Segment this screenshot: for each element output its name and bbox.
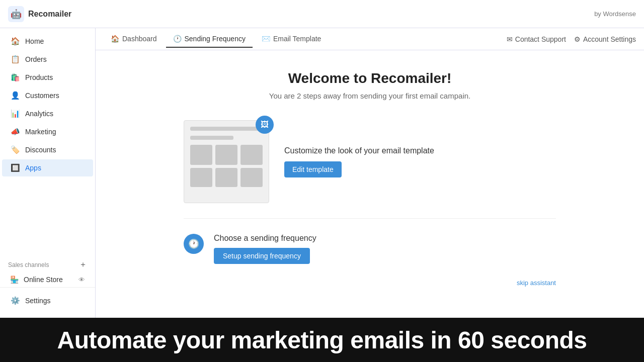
app-area: 🏠 Dashboard 🕐 Sending Frequency ✉️ Email… <box>96 28 644 318</box>
sidebar-item-online-store[interactable]: 🏪 Online Store 👁 <box>2 273 93 287</box>
sidebar: 🏠 Home 📋 Orders 🛍️ Products 👤 Customers … <box>0 28 96 318</box>
sidebar-item-analytics[interactable]: 📊 Analytics <box>2 105 93 122</box>
preview-box-bottom <box>190 168 263 187</box>
step1-description: Customize the look of your email templat… <box>284 146 556 155</box>
step2-description: Choose a sending frequency <box>214 234 316 243</box>
sales-channels-section: Sales channels ＋ <box>0 253 95 272</box>
account-settings-link[interactable]: ⚙ Account Settings <box>574 35 636 43</box>
settings-icon: ⚙️ <box>10 296 20 305</box>
step-frequency: 🕐 Choose a sending frequency Setup sendi… <box>184 234 556 274</box>
layout: 🏠 Home 📋 Orders 🛍️ Products 👤 Customers … <box>0 28 644 318</box>
sidebar-item-label: Apps <box>25 164 41 172</box>
welcome-title: Welcome to Recomailer! <box>288 70 452 86</box>
tab-dashboard-label: Dashboard <box>122 35 157 43</box>
frequency-icon: 🕐 <box>184 234 204 254</box>
settings-label: Settings <box>25 297 51 305</box>
preview-box-1 <box>190 145 212 165</box>
online-store-label: Online Store <box>24 276 63 284</box>
welcome-subtitle: You are 2 steps away from sending your f… <box>269 92 470 100</box>
sidebar-item-home[interactable]: 🏠 Home <box>2 33 93 50</box>
dashboard-tab-icon: 🏠 <box>111 35 119 43</box>
sidebar-item-customers[interactable]: 👤 Customers <box>2 87 93 104</box>
sales-channels-label: Sales channels <box>8 261 49 268</box>
tab-dashboard[interactable]: 🏠 Dashboard <box>104 31 164 48</box>
skip-assistant-link[interactable]: skip assistant <box>517 279 556 287</box>
tab-email-template-label: Email Template <box>273 35 321 43</box>
byline: by Wordsense <box>594 10 636 18</box>
home-icon: 🏠 <box>10 37 20 46</box>
preview-box-3 <box>240 145 263 165</box>
app-name: Recomailer <box>28 10 71 19</box>
preview-box-2 <box>215 145 237 165</box>
top-bar: 🤖 Recomailer by Wordsense <box>0 0 644 28</box>
sidebar-item-label: Customers <box>25 92 59 100</box>
contact-support-label: Contact Support <box>515 35 566 43</box>
contact-support-link[interactable]: ✉ Contact Support <box>507 35 566 43</box>
customers-icon: 👤 <box>10 91 20 100</box>
sidebar-item-orders[interactable]: 📋 Orders <box>2 51 93 68</box>
tab-sending-frequency-label: Sending Frequency <box>185 35 246 43</box>
sidebar-item-marketing[interactable]: 📣 Marketing <box>2 123 93 140</box>
sidebar-item-products[interactable]: 🛍️ Products <box>2 69 93 86</box>
app-nav: 🏠 Dashboard 🕐 Sending Frequency ✉️ Email… <box>96 28 644 50</box>
add-sales-channel-button[interactable]: ＋ <box>79 259 87 270</box>
sidebar-item-label: Home <box>25 37 44 45</box>
step1-info: Customize the look of your email templat… <box>284 146 556 177</box>
setup-sending-frequency-button[interactable]: Setup sending frequency <box>214 248 310 264</box>
sidebar-item-label: Orders <box>25 55 47 63</box>
preview-line-2 <box>190 136 233 140</box>
step-template: 🖼 Customize the look of your email templ… <box>184 120 556 219</box>
banner-text: Automate your marketing emails in 60 sec… <box>57 326 587 354</box>
app-nav-right: ✉ Contact Support ⚙ Account Settings <box>507 35 636 43</box>
preview-box-sm-1 <box>190 168 212 187</box>
bottom-banner: Automate your marketing emails in 60 sec… <box>0 318 644 362</box>
account-settings-label: Account Settings <box>583 35 636 43</box>
main-content: Welcome to Recomailer! You are 2 steps a… <box>96 50 644 318</box>
products-icon: 🛍️ <box>10 73 20 82</box>
tab-sending-frequency[interactable]: 🕐 Sending Frequency <box>166 31 253 48</box>
marketing-icon: 📣 <box>10 127 20 136</box>
preview-box-sm-3 <box>240 168 263 187</box>
sidebar-item-settings[interactable]: ⚙️ Settings <box>2 292 93 309</box>
step2-info: Choose a sending frequency Setup sending… <box>214 234 316 264</box>
app-logo: 🤖 Recomailer <box>8 6 71 22</box>
sidebar-item-label: Products <box>25 73 53 81</box>
tab-email-template[interactable]: ✉️ Email Template <box>255 31 328 48</box>
support-icon: ✉ <box>507 35 513 43</box>
sidebar-item-discounts[interactable]: 🏷️ Discounts <box>2 141 93 158</box>
analytics-icon: 📊 <box>10 109 20 118</box>
edit-template-button[interactable]: Edit template <box>284 161 342 177</box>
sidebar-item-label: Analytics <box>25 110 53 118</box>
eye-icon: 👁 <box>78 276 85 284</box>
preview-line-1 <box>190 127 263 131</box>
preview-grid <box>190 145 263 165</box>
discounts-icon: 🏷️ <box>10 145 20 154</box>
app-nav-tabs: 🏠 Dashboard 🕐 Sending Frequency ✉️ Email… <box>104 31 507 48</box>
skip-row: skip assistant <box>184 279 556 287</box>
account-settings-icon: ⚙ <box>574 35 581 43</box>
sending-freq-tab-icon: 🕐 <box>173 35 182 43</box>
email-template-preview: 🖼 <box>184 120 269 203</box>
sidebar-item-apps[interactable]: 🔲 Apps <box>2 159 93 176</box>
online-store-icon: 🏪 <box>10 276 19 284</box>
sidebar-item-label: Discounts <box>25 146 56 154</box>
preview-box-sm-2 <box>215 168 237 187</box>
apps-icon: 🔲 <box>10 163 20 172</box>
steps-container: 🖼 Customize the look of your email templ… <box>184 120 556 274</box>
orders-icon: 📋 <box>10 55 20 64</box>
logo-icon: 🤖 <box>8 6 24 22</box>
preview-badge-icon: 🖼 <box>256 116 274 134</box>
sidebar-item-label: Marketing <box>25 128 56 136</box>
email-template-tab-icon: ✉️ <box>262 35 270 43</box>
